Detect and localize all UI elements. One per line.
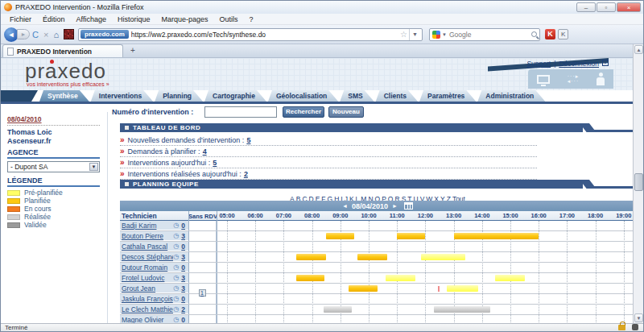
url-bar[interactable]: praxedo.com https://ww2.praxedo.com/eTec… <box>78 28 423 41</box>
calendar-icon[interactable] <box>404 202 413 210</box>
intervention-number-input[interactable] <box>204 106 277 118</box>
kaspersky-icon[interactable]: K <box>545 29 555 39</box>
logout-link[interactable]: Déconnexion <box>559 60 599 68</box>
url-text[interactable]: https://ww2.praxedo.com/eTech/synthese.d… <box>131 31 398 39</box>
browser-tab[interactable]: PRAXEDO Intervention <box>2 44 123 57</box>
technician-link[interactable]: Dutour Romain <box>122 264 173 272</box>
technician-cell: Frotel Ludovic◷3 <box>120 273 188 283</box>
home-button[interactable]: ⌂ <box>53 30 59 39</box>
gantt-bar-realisee[interactable] <box>434 306 490 313</box>
next-day-button[interactable]: ► <box>392 203 398 209</box>
gantt-bar-planifiee[interactable] <box>349 285 377 292</box>
person-icon[interactable] <box>597 73 605 85</box>
new-intervention-button[interactable]: Nouveau <box>328 106 364 118</box>
intervention-count-link[interactable]: 0 <box>181 295 185 303</box>
menu-fichier[interactable]: Fichier <box>4 15 37 23</box>
technician-link[interactable]: Jaskula François <box>122 295 173 303</box>
gantt-bar-planifiee[interactable] <box>296 275 324 281</box>
menu-affichage[interactable]: Affichage <box>71 15 112 23</box>
gantt-bar-preplanifiee[interactable] <box>421 254 465 260</box>
tab-planning[interactable]: Planning <box>155 90 203 102</box>
tab-interventions[interactable]: Interventions <box>91 90 153 102</box>
close-button[interactable]: × <box>617 2 641 12</box>
tab-clients[interactable]: Clients <box>376 90 418 102</box>
technician-link[interactable]: Magne Olivier <box>122 316 173 324</box>
intervention-count-link[interactable]: 0 <box>181 243 185 251</box>
technician-link[interactable]: Cathala Pascal <box>122 243 173 251</box>
gantt-bar-preplanifiee[interactable] <box>495 275 525 281</box>
scroll-up-arrow[interactable]: ▲ <box>634 45 643 54</box>
support-link[interactable]: Support <box>526 60 551 68</box>
new-tab-button[interactable]: + <box>126 46 139 56</box>
tab-cartographie[interactable]: Cartographie <box>204 90 266 102</box>
intervention-count-link[interactable]: 3 <box>181 253 185 261</box>
extension-icon[interactable]: K <box>558 29 568 39</box>
dashboard-item-count-link[interactable]: 2 <box>244 170 248 178</box>
gantt-bar-planifiee[interactable] <box>326 233 354 239</box>
dashboard-item-count-link[interactable]: 5 <box>213 159 217 167</box>
technician-link[interactable]: Descos Stéphane <box>122 253 173 261</box>
previous-day-button[interactable]: ◄ <box>342 203 348 209</box>
search-icon[interactable] <box>531 31 537 37</box>
gantt-bar-planifiee[interactable] <box>454 233 539 239</box>
url-dropdown-button[interactable]: ▼ <box>409 29 420 40</box>
search-button[interactable]: Rechercher <box>283 106 324 118</box>
vertical-scrollbar[interactable]: ▲ ▼ <box>633 44 643 323</box>
tab-administration[interactable]: Administration <box>477 90 545 102</box>
bookmark-star-icon[interactable]: ☆ <box>400 30 407 39</box>
legend-label: En cours <box>24 205 52 213</box>
tab-g-olocalisation[interactable]: Géolocalisation <box>268 90 338 102</box>
technician-link[interactable]: Le Clech Matthieu <box>122 305 173 313</box>
sidebar-date-link[interactable]: 08/04/2010 <box>7 115 42 123</box>
plugin-icon[interactable] <box>632 324 638 330</box>
technician-link[interactable]: Badji Karim <box>122 222 173 230</box>
gantt-bar-realisee[interactable] <box>324 306 352 313</box>
intervention-count-link[interactable]: 0 <box>181 264 185 272</box>
sans-rdv-cell <box>188 294 217 305</box>
sync-arrows-icon[interactable]: ···▸◂··· <box>568 74 580 84</box>
tab-synth-se[interactable]: Synthèse <box>39 90 89 102</box>
intervention-count-link[interactable]: 3 <box>181 232 185 240</box>
minimize-button[interactable]: – <box>576 2 596 12</box>
intervention-count-link[interactable]: 0 <box>181 316 185 324</box>
search-engine-dropdown[interactable]: ▼ <box>442 32 447 37</box>
technician-link[interactable]: Bouton Pierre <box>122 232 173 240</box>
intervention-count-link[interactable]: 2 <box>181 305 185 313</box>
menu-marque-pages[interactable]: Marque-pages <box>155 15 213 23</box>
addon-icon[interactable] <box>64 29 74 39</box>
dashboard-item-count-link[interactable]: 4 <box>203 147 207 156</box>
tab-param-tres[interactable]: Paramètres <box>419 90 476 102</box>
gantt-bar-planifiee[interactable] <box>296 254 326 260</box>
intervention-count-link[interactable]: 3 <box>181 284 185 293</box>
gantt-bar-planifiee[interactable] <box>357 254 387 260</box>
technician-link[interactable]: Frotel Ludovic <box>122 274 173 282</box>
site-identity-button[interactable]: praxedo.com <box>80 30 129 39</box>
close-panel-icon[interactable]: × <box>602 60 609 66</box>
web-search-box[interactable]: ▼ Google <box>429 28 540 41</box>
tab-sms[interactable]: SMS <box>340 90 374 102</box>
dashboard-item-count-link[interactable]: 5 <box>246 136 250 144</box>
clock-icon: ◷ <box>173 305 179 313</box>
monitor-icon[interactable] <box>537 75 550 84</box>
agency-select[interactable]: - Dupont SA ▼ <box>7 161 100 172</box>
forward-button[interactable]: ► <box>17 29 30 39</box>
gantt-bar-preplanifiee[interactable] <box>447 285 478 292</box>
gantt-bar-planifiee[interactable] <box>397 233 425 239</box>
menu-dition[interactable]: Édition <box>37 15 71 23</box>
menu-outils[interactable]: Outils <box>214 15 244 23</box>
menu-[interactable]: ? <box>244 15 259 23</box>
maximize-button[interactable]: ▫ <box>597 2 616 12</box>
stop-button[interactable]: × <box>43 30 48 39</box>
scrollbar-thumb[interactable] <box>634 173 643 191</box>
reload-button[interactable]: C <box>32 30 39 39</box>
intervention-count-link[interactable]: 3 <box>181 274 185 282</box>
google-icon <box>432 31 440 39</box>
gantt-bar-preplanifiee[interactable] <box>386 275 415 281</box>
scroll-down-arrow[interactable]: ▼ <box>634 313 643 322</box>
select-arrow-icon[interactable]: ▼ <box>89 163 98 171</box>
technician-link[interactable]: Grout Jean <box>122 284 173 293</box>
search-engine-name[interactable]: Google <box>449 31 531 39</box>
hour-label: 15:00 <box>498 212 522 219</box>
intervention-count-link[interactable]: 0 <box>181 222 185 230</box>
menu-historique[interactable]: Historique <box>112 15 156 23</box>
